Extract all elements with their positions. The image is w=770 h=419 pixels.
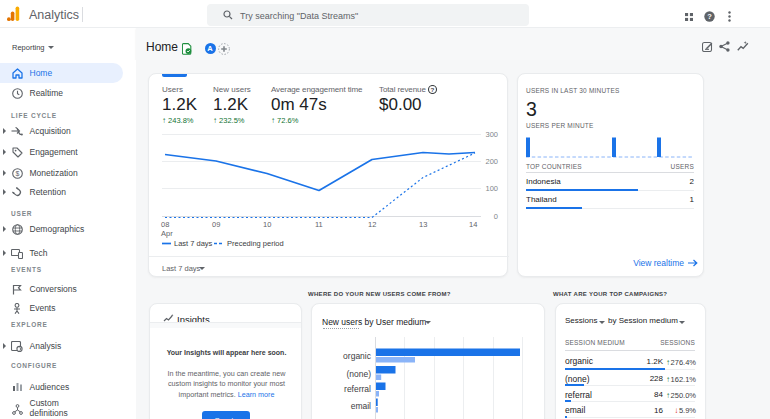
- svg-text:$: $: [15, 170, 19, 177]
- svg-text:?: ?: [707, 12, 712, 21]
